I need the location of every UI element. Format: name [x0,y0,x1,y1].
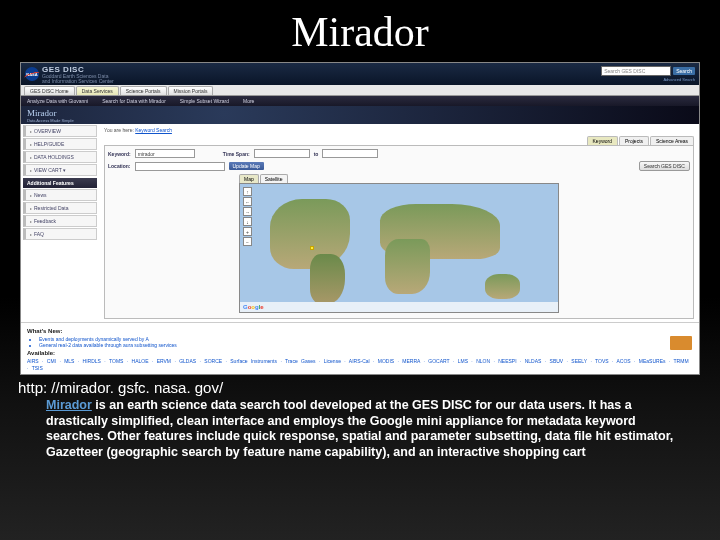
sidebar-item-news[interactable]: News [23,189,97,201]
timespan-label: Time Span: [223,151,250,157]
badge-icon [670,336,692,350]
sidebar-item-restricted[interactable]: Restricted Data [23,202,97,214]
search-button[interactable]: Search GES DISC [639,161,690,171]
sidebar: OVERVIEW HELP/GUIDE DATA HOLDINGS VIEW C… [21,124,99,322]
app-subtitle: Data Access Made Simple [27,118,693,123]
time-start-input[interactable] [254,149,310,158]
tab-science-portals[interactable]: Science Portals [120,86,167,95]
mirador-link[interactable]: Mirador [46,398,92,412]
search-panel: Keyword: mirador Time Span: to Location:… [104,145,694,319]
secondary-nav: Analyze Data with Giovanni Search for Da… [21,96,699,106]
zoom-out-icon[interactable]: − [243,237,252,246]
sidebar-item-cart[interactable]: VIEW CART ▾ [23,164,97,176]
keyword-label: Keyword: [108,151,131,157]
sidebar-item-holdings[interactable]: DATA HOLDINGS [23,151,97,163]
subnav-ssw[interactable]: Simple Subset Wizard [180,98,229,104]
tab-mission-portals[interactable]: Mission Portals [168,86,214,95]
site-header: NASA GES DISC Goddard Earth Sciences Dat… [21,63,699,85]
tab-science-areas[interactable]: Science Areas [650,136,694,145]
available-head: Available: [27,350,693,356]
brand-subtitle: Goddard Earth Sciences Dataand Informati… [42,74,114,84]
slide-url: http: //mirador. gsfc. nasa. gov/ [0,375,720,398]
tab-projects[interactable]: Projects [619,136,649,145]
zoom-in-icon[interactable]: + [243,227,252,236]
site-search-input[interactable]: Search GES DISC [601,66,671,76]
google-logo-icon: Google [243,304,264,310]
sidebar-item-overview[interactable]: OVERVIEW [23,125,97,137]
breadcrumb: You are here: Keyword Search [104,127,694,133]
tab-home[interactable]: GES DISC Home [24,86,75,95]
nasa-logo-icon: NASA [25,67,39,81]
subnav-mirador[interactable]: Search for Data with Mirador [102,98,166,104]
sidebar-features-head: Additional Features [23,178,97,188]
location-input[interactable] [135,162,225,171]
available-datasets[interactable]: AIRS · CMI · MLS · HIRDLS · TOMS · HALOE… [27,358,693,371]
primary-nav: GES DISC Home Data Services Science Port… [21,85,699,96]
map-tab-map[interactable]: Map [239,174,259,183]
app-screenshot: NASA GES DISC Goddard Earth Sciences Dat… [20,62,700,375]
app-title: Mirador [27,108,693,118]
app-title-bar: Mirador Data Access Made Simple [21,106,699,124]
breadcrumb-link[interactable]: Keyword Search [135,127,172,133]
sidebar-item-help[interactable]: HELP/GUIDE [23,138,97,150]
map-tab-satellite[interactable]: Satellite [260,174,288,183]
location-label: Location: [108,163,131,169]
subnav-giovanni[interactable]: Analyze Data with Giovanni [27,98,88,104]
advanced-search-link[interactable]: Advanced Search [601,77,695,82]
news-link[interactable]: General real-2 data available through au… [39,342,693,348]
pan-down-icon[interactable]: ↓ [243,217,252,226]
keyword-input[interactable]: mirador [135,149,195,158]
sidebar-item-feedback[interactable]: Feedback [23,215,97,227]
update-map-button[interactable]: Update Map [229,162,264,170]
to-label: to [314,151,319,157]
app-footer: What's New: Events and deployments dynam… [21,322,699,374]
slide-description: Mirador is an earth science data search … [0,398,720,461]
sidebar-item-faq[interactable]: FAQ [23,228,97,240]
pan-up-icon[interactable]: ↑ [243,187,252,196]
subnav-more[interactable]: More [243,98,254,104]
map-marker-icon [310,246,314,250]
world-map[interactable]: ↑ ← → ↓ + − Google [239,183,559,313]
main-content: You are here: Keyword Search Keyword Pro… [99,124,699,322]
pan-left-icon[interactable]: ← [243,197,252,206]
whats-new-head: What's New: [27,328,693,334]
slide-title: Mirador [0,0,720,60]
tab-keyword[interactable]: Keyword [587,136,618,145]
tab-data-services[interactable]: Data Services [76,86,119,95]
pan-right-icon[interactable]: → [243,207,252,216]
map-controls: ↑ ← → ↓ + − [243,187,252,246]
time-end-input[interactable] [322,149,378,158]
site-search-button[interactable]: Search [673,67,695,75]
